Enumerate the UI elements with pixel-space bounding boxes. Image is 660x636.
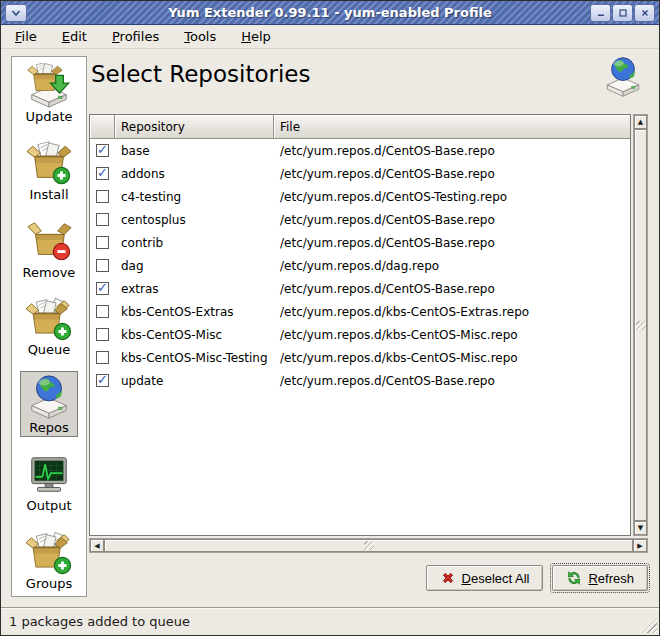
maximize-icon [618,8,628,18]
window-title: Yum Extender 0.99.11 - yum-enabled Profi… [168,5,492,20]
repo-checkbox[interactable] [96,167,109,180]
button-label: Refresh [588,571,634,586]
table-row[interactable]: extras /etc/yum.repos.d/CentOS-Base.repo [90,277,630,300]
checkbox-cell [90,305,115,318]
box-update-icon [26,63,72,109]
checkbox-cell [90,351,115,364]
table-view: Repository File base /etc/yum.repos.d/Ce… [89,114,631,536]
sidebar-item-label: Update [25,109,72,124]
close-button[interactable] [634,4,655,22]
repository-name: extras [115,282,274,296]
minimize-button[interactable] [590,4,611,22]
file-menu[interactable]: File [5,25,47,49]
checkbox-cell [90,374,115,387]
table-row[interactable]: dag /etc/yum.repos.d/dag.repo [90,254,630,277]
output-sidebar-item[interactable]: Output [12,449,86,515]
repository-file: /etc/yum.repos.d/kbs-CentOS-Extras.repo [274,305,630,319]
table-row[interactable]: centosplus /etc/yum.repos.d/CentOS-Base.… [90,208,630,231]
vertical-scrollbar[interactable]: ▲ ▼ [633,114,648,536]
repository-table: Repository File base /etc/yum.repos.d/Ce… [89,114,648,553]
table-rows: base /etc/yum.repos.d/CentOS-Base.repo a… [90,139,630,535]
repository-file: /etc/yum.repos.d/CentOS-Base.repo [274,374,630,388]
repository-file: /etc/yum.repos.d/kbs-CentOS-Misc.repo [274,328,630,342]
repos-sidebar-item[interactable]: Repos [12,371,86,437]
column-header-repository[interactable]: Repository [115,115,274,139]
refresh-icon [566,570,582,586]
close-icon [640,8,650,18]
repository-name: contrib [115,236,274,250]
repo-checkbox[interactable] [96,213,109,226]
repo-checkbox[interactable] [96,328,109,341]
checkbox-cell [90,213,115,226]
repo-checkbox[interactable] [96,259,109,272]
groups-sidebar-item[interactable]: Groups [12,527,86,593]
grip-icon [364,541,374,550]
checkbox-cell [90,167,115,180]
scroll-down-button[interactable]: ▼ [634,521,647,535]
queue-sidebar-item[interactable]: Queue [12,293,86,359]
refresh-button[interactable]: Refresh [552,565,648,591]
grip-icon [636,321,646,330]
repo-checkbox[interactable] [96,351,109,364]
scroll-up-button[interactable]: ▲ [634,115,647,129]
button-label: Deselect All [462,571,530,586]
box-remove-icon [26,219,72,265]
repo-checkbox[interactable] [96,305,109,318]
repository-file: /etc/yum.repos.d/CentOS-Base.repo [274,167,630,181]
repository-name: kbs-CentOS-Extras [115,305,274,319]
arrow-left-icon: ◀ [94,542,99,550]
profiles-menu[interactable]: Profiles [102,25,169,49]
scroll-left-button[interactable]: ◀ [90,539,104,552]
horizontal-scroll-thumb[interactable] [104,539,633,552]
window-menu-button[interactable] [5,4,27,22]
checkbox-cell [90,236,115,249]
minimize-icon [596,8,606,18]
arrow-right-icon: ▶ [637,542,642,550]
repository-file: /etc/yum.repos.d/CentOS-Base.repo [274,213,630,227]
repository-name: kbs-CentOS-Misc [115,328,274,342]
repository-name: update [115,374,274,388]
column-header-file[interactable]: File [274,115,630,139]
table-row[interactable]: addons /etc/yum.repos.d/CentOS-Base.repo [90,162,630,185]
sidebar-item-label: Output [26,498,71,513]
table-row[interactable]: contrib /etc/yum.repos.d/CentOS-Base.rep… [90,231,630,254]
repository-name: addons [115,167,274,181]
main-panel: Select Repositories Repository File [89,49,648,607]
update-sidebar-item[interactable]: Update [12,60,86,126]
remove-sidebar-item[interactable]: Remove [12,216,86,282]
repo-checkbox[interactable] [96,144,109,157]
table-row[interactable]: base /etc/yum.repos.d/CentOS-Base.repo [90,139,630,162]
table-header: Repository File [90,115,630,139]
repository-name: kbs-CentOS-Misc-Testing [115,351,274,365]
arrow-down-icon: ▼ [638,524,643,532]
repo-checkbox[interactable] [96,190,109,203]
maximize-button[interactable] [612,4,633,22]
install-sidebar-item[interactable]: Install [12,138,86,204]
column-header-checkbox[interactable] [90,115,115,139]
repository-name: c4-testing [115,190,274,204]
box-stack-plus-icon [26,530,72,576]
table-row[interactable]: c4-testing /etc/yum.repos.d/CentOS-Testi… [90,185,630,208]
button-row: Deselect All Refresh [426,562,648,594]
repo-checkbox[interactable] [96,236,109,249]
menubar: File Edit Profiles Tools Help [1,25,659,49]
sidebar-item-label: Repos [29,420,68,435]
table-row[interactable]: update /etc/yum.repos.d/CentOS-Base.repo [90,369,630,392]
help-menu[interactable]: Help [231,25,281,49]
table-row[interactable]: kbs-CentOS-Extras /etc/yum.repos.d/kbs-C… [90,300,630,323]
table-row[interactable]: kbs-CentOS-Misc /etc/yum.repos.d/kbs-Cen… [90,323,630,346]
monitor-icon [26,452,72,498]
repo-checkbox[interactable] [96,282,109,295]
statusbar: 1 packages added to queue [1,607,659,635]
edit-menu[interactable]: Edit [52,25,97,49]
vertical-scroll-thumb[interactable] [634,129,647,521]
deselect-all-button[interactable]: Deselect All [426,565,544,591]
resize-grip-icon[interactable] [642,618,657,633]
repo-checkbox[interactable] [96,374,109,387]
repository-name: dag [115,259,274,273]
scroll-right-button[interactable]: ▶ [633,539,647,552]
tools-menu[interactable]: Tools [174,25,226,49]
drive-globe-icon [26,374,72,420]
table-row[interactable]: kbs-CentOS-Misc-Testing /etc/yum.repos.d… [90,346,630,369]
horizontal-scrollbar[interactable]: ◀ ▶ [89,538,648,553]
